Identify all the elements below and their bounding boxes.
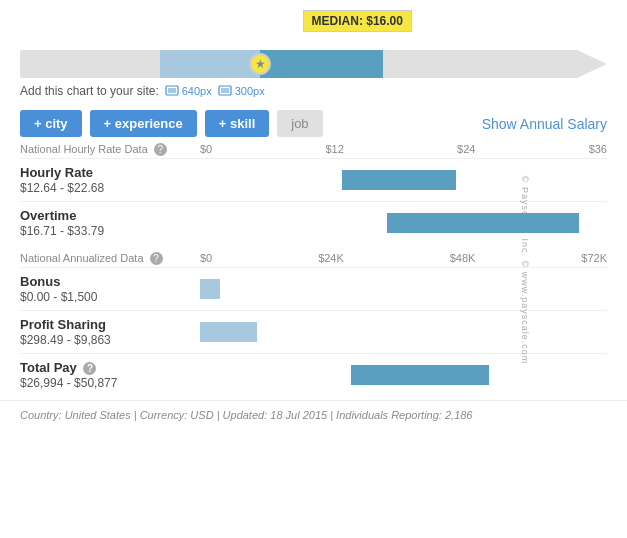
total-pay-value: $26,994 - $50,877	[20, 376, 117, 390]
median-star-marker: ★	[249, 53, 271, 75]
profit-sharing-row: Profit Sharing$298.49 - $9,863	[20, 310, 607, 353]
filter-buttons-row: + city + experience + skill job Show Ann…	[0, 104, 627, 143]
hourly-rate-bar-container	[200, 170, 607, 190]
hourly-help-icon[interactable]: ?	[154, 143, 167, 156]
overtime-value: $16.71 - $33.79	[20, 224, 104, 238]
add-to-site-label: Add this chart to your site:	[20, 84, 159, 98]
hourly-rate-label: Hourly Rate$12.64 - $22.68	[20, 165, 200, 195]
overtime-bar	[387, 213, 578, 233]
bonus-bar	[200, 279, 220, 299]
total-pay-row: Total Pay ? $26,994 - $50,877	[20, 353, 607, 396]
annual-axis-72k: $72K	[581, 252, 607, 265]
hourly-axis-12: $12	[325, 143, 343, 156]
add-to-site-row: Add this chart to your site: 640px 300px	[0, 78, 627, 104]
svg-rect-1	[168, 88, 176, 93]
experience-button[interactable]: + experience	[90, 110, 197, 137]
embed-300-label: 300px	[235, 85, 265, 97]
embed-300-link[interactable]: 300px	[218, 84, 265, 98]
embed-300-icon	[218, 84, 232, 98]
profit-sharing-label: Profit Sharing$298.49 - $9,863	[20, 317, 200, 347]
overtime-label: Overtime$16.71 - $33.79	[20, 208, 200, 238]
total-pay-bar	[351, 365, 489, 385]
bonus-row: Bonus$0.00 - $1,500	[20, 267, 607, 310]
annual-axis-48k: $48K	[450, 252, 476, 265]
footer-text: Country: United States | Currency: USD |…	[0, 400, 627, 429]
annual-axis: $0 $24K $48K $72K	[200, 252, 607, 265]
profit-sharing-value: $298.49 - $9,863	[20, 333, 111, 347]
annual-chart-header: National Annualized Data ? $0 $24K $48K …	[20, 252, 607, 265]
svg-rect-3	[221, 88, 229, 93]
bar-arrow	[577, 50, 607, 78]
hourly-axis-0: $0	[200, 143, 212, 156]
hourly-rate-value: $12.64 - $22.68	[20, 181, 104, 195]
hourly-axis: $0 $12 $24 $36	[200, 143, 607, 156]
salary-bar-track: ★	[20, 50, 579, 78]
annual-axis-24k: $24K	[318, 252, 344, 265]
bar-track-container: ★	[20, 50, 607, 78]
embed-640-icon	[165, 84, 179, 98]
total-pay-label: Total Pay ? $26,994 - $50,877	[20, 360, 200, 390]
embed-640-label: 640px	[182, 85, 212, 97]
profit-sharing-bar	[200, 322, 257, 342]
bonus-label: Bonus$0.00 - $1,500	[20, 274, 200, 304]
hourly-axis-36: $36	[589, 143, 607, 156]
overtime-row: Overtime$16.71 - $33.79	[20, 201, 607, 244]
job-button[interactable]: job	[277, 110, 322, 137]
city-button[interactable]: + city	[20, 110, 82, 137]
show-annual-salary-link[interactable]: Show Annual Salary	[482, 116, 607, 132]
median-section: MEDIAN: $16.00 ★	[0, 10, 627, 78]
annual-header-label: National Annualized Data	[20, 252, 147, 264]
annual-axis-0: $0	[200, 252, 212, 265]
hourly-rate-bar	[342, 170, 456, 190]
total-pay-help-icon[interactable]: ?	[83, 362, 96, 375]
overtime-bar-container	[200, 213, 607, 233]
skill-button[interactable]: + skill	[205, 110, 270, 137]
profit-sharing-bar-container	[200, 322, 607, 342]
total-pay-bar-container	[200, 365, 607, 385]
median-tooltip: MEDIAN: $16.00	[303, 10, 412, 32]
chart-section: © Payscale, Inc. © www.payscale.com Nati…	[0, 143, 627, 396]
hourly-header-label: National Hourly Rate Data	[20, 143, 151, 155]
hourly-axis-24: $24	[457, 143, 475, 156]
hourly-chart-header: National Hourly Rate Data ? $0 $12 $24 $…	[20, 143, 607, 156]
annual-help-icon[interactable]: ?	[150, 252, 163, 265]
bar-fill-high	[260, 50, 383, 78]
hourly-rate-row: Hourly Rate$12.64 - $22.68	[20, 158, 607, 201]
bar-fill-low	[160, 50, 261, 78]
bonus-bar-container	[200, 279, 607, 299]
bonus-value: $0.00 - $1,500	[20, 290, 97, 304]
embed-640-link[interactable]: 640px	[165, 84, 212, 98]
